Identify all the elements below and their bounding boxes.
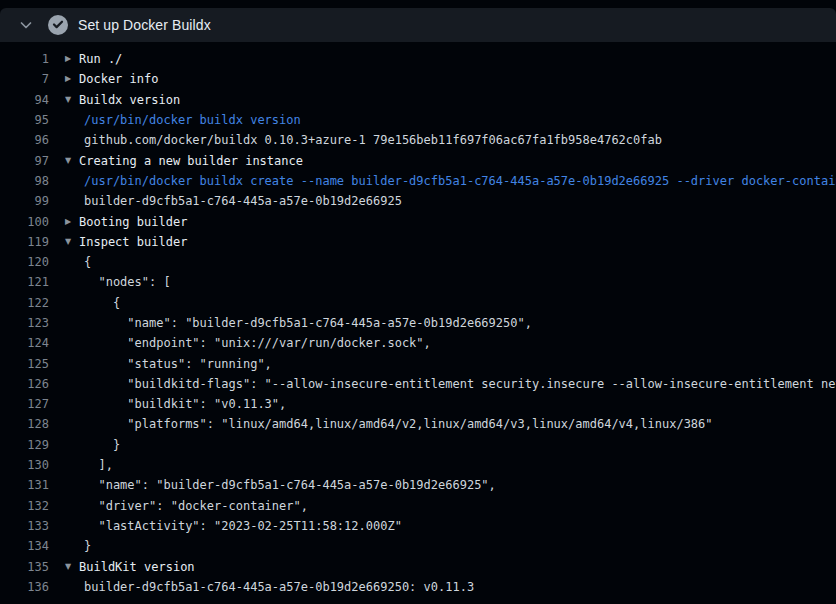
log-group-header[interactable]: ▶Docker info [65, 72, 158, 86]
line-number[interactable]: 124 [0, 336, 49, 350]
line-number[interactable]: 119 [0, 235, 49, 249]
log-group-header[interactable]: ▼BuildKit version [65, 560, 195, 574]
log-line: 136builder-d9cfb5a1-c764-445a-a57e-0b19d… [0, 577, 836, 597]
log-group-title: Booting builder [79, 215, 187, 229]
line-number[interactable]: 125 [0, 357, 49, 371]
step-title: Set up Docker Buildx [78, 17, 211, 33]
log-output-text: "platforms": "linux/amd64,linux/amd64/v2… [84, 417, 713, 431]
line-number[interactable]: 128 [0, 417, 49, 431]
log-line: 1▶Run ./ [0, 49, 836, 69]
chevron-down-icon[interactable] [18, 17, 34, 33]
log-line: 124 "endpoint": "unix:///var/run/docker.… [0, 333, 836, 353]
log-output-text: "buildkitd-flags": "--allow-insecure-ent… [84, 377, 836, 391]
log-line: 134} [0, 536, 836, 556]
collapse-arrow-icon[interactable]: ▼ [65, 157, 79, 165]
log-line: 127 "buildkit": "v0.11.3", [0, 394, 836, 414]
log-line: 98/usr/bin/docker buildx create --name b… [0, 171, 836, 191]
log-line: 131 "name": "builder-d9cfb5a1-c764-445a-… [0, 475, 836, 495]
log-line: 122 { [0, 293, 836, 313]
log-output-text: builder-d9cfb5a1-c764-445a-a57e-0b19d2e6… [84, 580, 474, 594]
line-number[interactable]: 123 [0, 316, 49, 330]
collapse-arrow-icon[interactable]: ▼ [65, 96, 79, 104]
log-line: 96github.com/docker/buildx 0.10.3+azure-… [0, 130, 836, 150]
log-output-text: } [84, 539, 91, 553]
line-number[interactable]: 127 [0, 397, 49, 411]
log-output-text: { [84, 296, 120, 310]
line-number[interactable]: 96 [0, 133, 49, 147]
log-line: 133 "lastActivity": "2023-02-25T11:58:12… [0, 516, 836, 536]
log-line: 126 "buildkitd-flags": "--allow-insecure… [0, 374, 836, 394]
log-line: 99builder-d9cfb5a1-c764-445a-a57e-0b19d2… [0, 191, 836, 211]
expand-arrow-icon[interactable]: ▶ [65, 218, 79, 226]
log-group-header[interactable]: ▼Inspect builder [65, 235, 187, 249]
log-output-text: "lastActivity": "2023-02-25T11:58:12.000… [84, 519, 402, 533]
line-number[interactable]: 100 [0, 215, 49, 229]
line-number[interactable]: 121 [0, 275, 49, 289]
log-group-header[interactable]: ▶Booting builder [65, 215, 187, 229]
log-viewer: 1▶Run ./7▶Docker info94▼Buildx version95… [0, 49, 836, 597]
line-number[interactable]: 7 [0, 72, 49, 86]
log-output-text: "endpoint": "unix:///var/run/docker.sock… [84, 336, 431, 350]
log-line: 7▶Docker info [0, 69, 836, 89]
line-number[interactable]: 135 [0, 560, 49, 574]
log-output-text: builder-d9cfb5a1-c764-445a-a57e-0b19d2e6… [84, 194, 402, 208]
log-group-title: Docker info [79, 72, 158, 86]
log-group-header[interactable]: ▶Run ./ [65, 52, 122, 66]
line-number[interactable]: 99 [0, 194, 49, 208]
log-group-header[interactable]: ▼Creating a new builder instance [65, 154, 303, 168]
log-output-text: "status": "running", [84, 357, 272, 371]
log-group-title: Buildx version [79, 93, 180, 107]
log-line: 130 ], [0, 455, 836, 475]
check-circle-icon [48, 15, 68, 35]
log-output-text: "driver": "docker-container", [84, 499, 308, 513]
line-number[interactable]: 126 [0, 377, 49, 391]
log-output-text: } [84, 438, 120, 452]
log-command-text: /usr/bin/docker buildx version [84, 113, 301, 127]
log-output-text: "nodes": [ [84, 275, 171, 289]
log-line: 135▼BuildKit version [0, 556, 836, 576]
line-number[interactable]: 136 [0, 580, 49, 594]
line-number[interactable]: 129 [0, 438, 49, 452]
log-command-text: /usr/bin/docker buildx create --name bui… [84, 174, 836, 188]
log-group-title: BuildKit version [79, 560, 195, 574]
line-number[interactable]: 122 [0, 296, 49, 310]
log-group-title: Inspect builder [79, 235, 187, 249]
line-number[interactable]: 94 [0, 93, 49, 107]
log-line: 125 "status": "running", [0, 353, 836, 373]
log-line: 119▼Inspect builder [0, 232, 836, 252]
log-output-text: ], [84, 458, 113, 472]
line-number[interactable]: 132 [0, 499, 49, 513]
log-line: 129 } [0, 435, 836, 455]
log-line: 94▼Buildx version [0, 90, 836, 110]
log-line: 128 "platforms": "linux/amd64,linux/amd6… [0, 414, 836, 434]
log-output-text: "buildkit": "v0.11.3", [84, 397, 286, 411]
line-number[interactable]: 131 [0, 478, 49, 492]
log-output-text: "name": "builder-d9cfb5a1-c764-445a-a57e… [84, 316, 532, 330]
log-group-title: Run ./ [79, 52, 122, 66]
expand-arrow-icon[interactable]: ▶ [65, 55, 79, 63]
log-output-text: "name": "builder-d9cfb5a1-c764-445a-a57e… [84, 478, 496, 492]
collapse-arrow-icon[interactable]: ▼ [65, 563, 79, 571]
line-number[interactable]: 120 [0, 255, 49, 269]
log-group-title: Creating a new builder instance [79, 154, 303, 168]
line-number[interactable]: 130 [0, 458, 49, 472]
log-line: 121 "nodes": [ [0, 272, 836, 292]
log-output-text: github.com/docker/buildx 0.10.3+azure-1 … [84, 133, 662, 147]
log-line: 100▶Booting builder [0, 211, 836, 231]
expand-arrow-icon[interactable]: ▶ [65, 75, 79, 83]
line-number[interactable]: 133 [0, 519, 49, 533]
line-number[interactable]: 97 [0, 154, 49, 168]
log-group-header[interactable]: ▼Buildx version [65, 93, 180, 107]
log-line: 95/usr/bin/docker buildx version [0, 110, 836, 130]
line-number[interactable]: 1 [0, 52, 49, 66]
log-line: 97▼Creating a new builder instance [0, 150, 836, 170]
log-line: 120{ [0, 252, 836, 272]
log-line: 123 "name": "builder-d9cfb5a1-c764-445a-… [0, 313, 836, 333]
collapse-arrow-icon[interactable]: ▼ [65, 238, 79, 246]
line-number[interactable]: 134 [0, 539, 49, 553]
log-output-text: { [84, 255, 91, 269]
step-header[interactable]: Set up Docker Buildx [0, 8, 836, 42]
log-line: 132 "driver": "docker-container", [0, 496, 836, 516]
line-number[interactable]: 98 [0, 174, 49, 188]
line-number[interactable]: 95 [0, 113, 49, 127]
